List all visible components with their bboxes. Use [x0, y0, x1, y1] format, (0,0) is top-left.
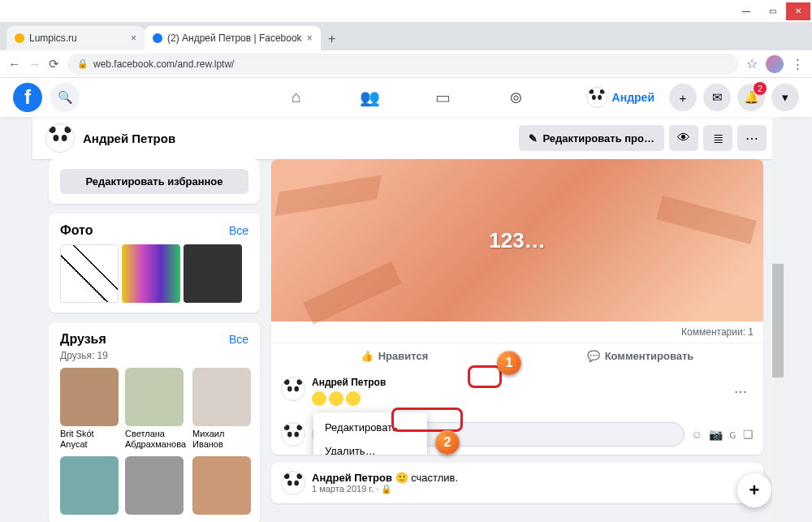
friend-item[interactable]: Михаил Иванов — [192, 368, 251, 450]
camera-icon[interactable]: 📷 — [709, 428, 723, 441]
svg-point-24 — [294, 481, 299, 486]
window-close[interactable]: ✕ — [786, 2, 810, 20]
annotation-badge: 2 — [435, 430, 460, 455]
scrollbar-thumb[interactable] — [772, 264, 784, 377]
friends-icon[interactable]: 👥 — [357, 88, 382, 107]
page-scrollbar[interactable] — [772, 118, 784, 519]
fb-logo-icon[interactable]: f — [13, 83, 42, 112]
svg-point-2 — [599, 89, 604, 94]
post: Андрей Петров 🙂 счастлив. 1 марта 2019 г… — [271, 463, 763, 503]
edit-profile-button[interactable]: ✎ Редактировать про… — [519, 125, 664, 151]
annotation-highlight — [391, 408, 463, 432]
svg-point-14 — [294, 386, 299, 392]
home-icon[interactable]: ⌂ — [284, 88, 309, 107]
notif-badge: 2 — [754, 82, 767, 95]
svg-point-21 — [284, 473, 290, 479]
svg-point-13 — [287, 386, 292, 392]
window-minimize[interactable]: — — [734, 2, 758, 20]
svg-point-12 — [296, 379, 302, 385]
profile-bar: Андрей Петров ✎ Редактировать про… 👁 ≣ ⋯ — [32, 117, 780, 159]
user-chip[interactable]: Андрей — [583, 84, 663, 111]
photo-thumb[interactable] — [60, 244, 119, 303]
profile-avatar[interactable] — [45, 123, 75, 153]
browser-tab[interactable]: (2) Андрей Петров | Facebook × — [145, 26, 321, 50]
browser-addressbar: ← → ⟳ 🔒 web.facebook.com/and.rew.lptw/ ☆… — [0, 50, 812, 78]
notifications-icon[interactable]: 🔔2 — [737, 84, 765, 111]
gif-icon[interactable]: ɢ — [729, 428, 736, 441]
comment-button[interactable]: 💬 Комментировать — [517, 343, 763, 369]
view-as-icon[interactable]: 👁 — [669, 125, 698, 151]
sticker-icon[interactable]: ❏ — [743, 428, 754, 441]
composer-avatar — [281, 422, 305, 447]
friends-all-link[interactable]: Все — [229, 333, 248, 346]
svg-point-19 — [294, 432, 299, 438]
activity-log-icon[interactable]: ≣ — [703, 125, 732, 151]
reload-icon[interactable]: ⟳ — [49, 57, 59, 71]
photo-thumb[interactable] — [122, 244, 180, 303]
browser-tab[interactable]: Lumpics.ru × — [6, 26, 145, 50]
svg-point-9 — [62, 135, 67, 141]
comment-more-icon[interactable]: ⋯ — [728, 382, 754, 401]
svg-point-3 — [592, 95, 596, 100]
post-author-avatar[interactable] — [281, 471, 305, 495]
favicon-icon — [153, 33, 162, 43]
post-author[interactable]: Андрей Петров 🙂 счастлив. — [312, 472, 458, 484]
comment: Андрей Петров ⋯ Редактировать… Удалить… — [271, 369, 763, 414]
photo-thumb[interactable] — [184, 244, 242, 303]
svg-point-23 — [287, 481, 292, 486]
tab-close-icon[interactable]: × — [131, 32, 136, 44]
emoji-icon — [329, 391, 343, 406]
post: 123… Комментарии: 1 👍 Нравится 💬 Коммент… — [271, 159, 763, 455]
comments-count[interactable]: Комментарии: 1 — [271, 321, 763, 338]
avatar-icon — [586, 87, 607, 108]
groups-icon[interactable]: ⊚ — [503, 88, 528, 107]
watch-icon[interactable]: ▭ — [430, 88, 455, 107]
new-tab-button[interactable]: + — [321, 28, 343, 50]
back-icon[interactable]: ← — [8, 57, 20, 71]
commenter-name[interactable]: Андрей Петров — [312, 377, 721, 388]
emoji-icon — [346, 391, 361, 406]
friend-item[interactable] — [192, 456, 251, 515]
tab-close-icon[interactable]: × — [307, 32, 313, 44]
photos-all-link[interactable]: Все — [229, 224, 248, 237]
username: Андрей — [612, 91, 654, 104]
svg-point-18 — [287, 432, 292, 438]
fb-header: f 🔍 ⌂ 👥 ▭ ⊚ Андрей + ✉ 🔔2 ▾ — [0, 78, 812, 117]
post-date: 1 марта 2019 г. · 🔒 — [312, 484, 458, 494]
annotation-highlight — [468, 365, 502, 388]
bookmark-icon[interactable]: ☆ — [746, 56, 758, 71]
edit-favorites-button[interactable]: Редактировать избранное — [60, 169, 248, 194]
emoji-icon — [312, 391, 326, 406]
svg-point-4 — [598, 95, 602, 100]
browser-tabbar: Lumpics.ru × (2) Андрей Петров | Faceboo… — [0, 23, 812, 50]
svg-point-17 — [296, 425, 302, 430]
more-icon[interactable]: ⋯ — [737, 125, 767, 151]
friend-item[interactable]: Brit Skót Anycat — [60, 368, 119, 450]
svg-point-1 — [589, 89, 594, 94]
friend-item[interactable] — [60, 456, 119, 515]
messenger-icon[interactable]: ✉ — [703, 84, 731, 111]
url-input[interactable]: 🔒 web.facebook.com/and.rew.lptw/ — [67, 54, 738, 75]
svg-point-22 — [296, 473, 302, 479]
window-titlebar: — ▭ ✕ — [0, 0, 812, 23]
post-image[interactable]: 123… — [271, 159, 763, 321]
create-button[interactable]: + — [669, 84, 697, 111]
browser-menu-icon[interactable]: ⋮ — [792, 57, 804, 71]
browser-profile-avatar[interactable] — [766, 55, 784, 73]
friend-item[interactable] — [125, 456, 186, 515]
commenter-avatar[interactable] — [281, 377, 305, 401]
fb-center-nav: ⌂ 👥 ▭ ⊚ — [284, 88, 528, 107]
photos-card: Фото Все — [49, 214, 260, 313]
svg-point-16 — [284, 425, 290, 430]
svg-point-11 — [284, 379, 290, 385]
account-menu-icon[interactable]: ▾ — [771, 84, 799, 111]
edit-favorites-card: Редактировать избранное — [49, 159, 260, 204]
forward-icon[interactable]: → — [28, 57, 41, 71]
emoji-picker-icon[interactable]: ☺ — [691, 428, 702, 441]
menu-delete[interactable]: Удалить… — [313, 439, 427, 455]
search-icon[interactable]: 🔍 — [50, 83, 80, 112]
fab-create-icon[interactable]: + — [737, 473, 771, 507]
window-maximize[interactable]: ▭ — [760, 2, 784, 20]
lock-icon: 🔒 — [77, 58, 89, 69]
friend-item[interactable]: Светлана Абдрахманова — [125, 368, 186, 450]
